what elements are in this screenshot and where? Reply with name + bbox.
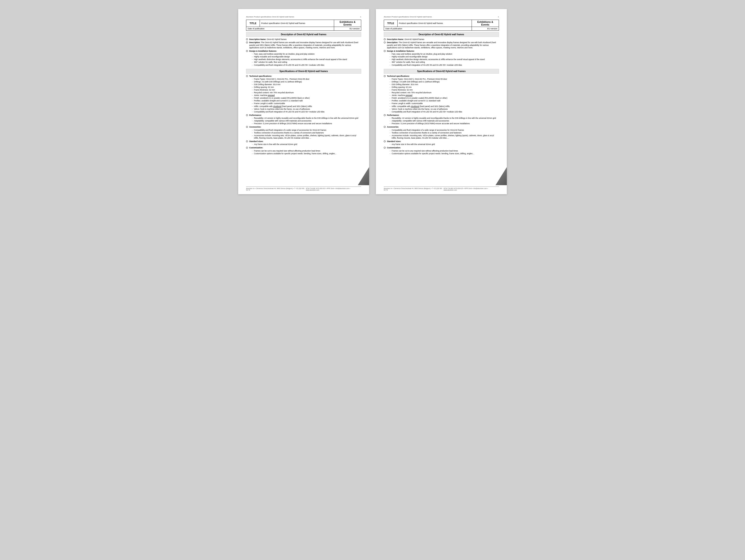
spec-sub-text: Drillings: A3 (with D30 drillings) and A… [254, 81, 302, 83]
bullet-circle-icon [246, 75, 248, 77]
dash-icon: - [390, 94, 390, 97]
spec-sub-text: D30 Drilling diameter: 30,6 mm [392, 83, 418, 86]
spec-sub-text: Recycled content: min 75% recycled alumi… [392, 91, 431, 94]
dash-icon: - [252, 150, 253, 152]
spec-sub-item: -Accessories include: mounting sets, VES… [390, 134, 499, 139]
desc-bullet-item: Design & Installation features:-Fast, ea… [246, 50, 361, 67]
dash-icon: - [390, 97, 390, 99]
spec-sub-text: Compatibility and flush integration of H… [254, 111, 325, 113]
dash-icon: - [390, 83, 390, 86]
doc-title-header: Aluvision Product specifications Omni-62… [246, 16, 294, 18]
dash-icon: - [390, 78, 390, 81]
page-header-top: Aluvision Product specifications Omni-62… [246, 16, 361, 18]
dash-icon: - [390, 132, 390, 134]
bullet-circle-icon [246, 38, 248, 40]
bullet-item-content: Description: The Omni-62 Hybrid frames a… [387, 41, 499, 49]
sub-list-item: -High aesthetic distinctive design eleme… [252, 58, 361, 61]
sub-list-item: -Compatibility and flush integration of … [252, 64, 361, 66]
spec-sub-item: -Precision: 0,1mm precision of drillings… [252, 122, 361, 125]
dash-icon: - [390, 111, 390, 113]
doc-title-header: Aluvision Product specifications Omni-62… [384, 16, 432, 18]
spec-sub-item: -Frames can be cut to any required size … [390, 150, 499, 152]
footer-right: BTW-TVA BE 0479.828.615 • RPR Gent • inf… [444, 188, 499, 191]
spec-bullet-item: Accessories:-Compatibility and flush int… [384, 126, 499, 139]
bullet-item-content: Design & Installation features:-Fast, ea… [249, 50, 361, 67]
sub-item-text: Fast, easy and toolless assembly for an … [254, 53, 315, 55]
spec-sub-item: -Drillings: A3 (with D30 drillings) and … [252, 81, 361, 83]
spec-sub-text: Drilling spacing: 62 mm [254, 86, 274, 89]
dash-icon: - [252, 108, 253, 111]
spec-sub-text: Adaptability: compatible with various in… [392, 120, 449, 122]
bullet-circle-icon [384, 38, 386, 40]
dash-icon: - [252, 97, 253, 99]
spec-sub-text: Frame Types: Omni-62(+), Omni-62 Pro , P… [254, 78, 310, 81]
dash-icon: - [252, 91, 253, 94]
bullet-circle-icon [246, 147, 248, 149]
exhibitions-cell: Exhibitions & Events [334, 20, 361, 27]
bullet-item-content: Description Name: Omni-62 Hybrid frames [387, 38, 499, 41]
spec-sub-item: -Any frame size in line with the univers… [390, 143, 499, 146]
spec-sub-item: -Reusability: A3 version is highly reusa… [252, 117, 361, 120]
spec-sub-text: Frame Length & width: customizable [254, 102, 285, 105]
title-cell: TITLE [246, 20, 260, 27]
spec-sub-text: Frame thickness: 62 mm [392, 89, 413, 91]
sub-list-item: -Fast, easy and toolless assembly for an… [252, 53, 361, 55]
spec-sub-item: -Compatibility and flush integration of … [252, 129, 361, 131]
spec-item-content: Customization:-Frames can be cut to any … [387, 147, 499, 155]
sub-item-text: 360° solution for walls, floor and ceili… [254, 61, 287, 63]
spec-sub-text: Infills: compatible with Aluxibond (hard… [254, 105, 312, 108]
section1-title: Description of Omni-62 Hybrid wall frame… [384, 32, 499, 37]
spec-bullet-item: Accessories:-Compatibility and flush int… [246, 126, 361, 139]
sub-item-text: Highly reusable and reconfigurable desig… [254, 56, 290, 58]
spec-sub-text: Drillings: A3 (with D30 drillings) and A… [392, 81, 440, 83]
spec-sub-item: -Recycled content: min 75% recycled alum… [252, 91, 361, 94]
dash-icon: - [390, 120, 390, 122]
sub-list-item: -Highly reusable and reconfigurable desi… [252, 56, 361, 58]
spec-sub-text: Velcro: hook is machine-rolled into the … [392, 108, 448, 111]
spec-sub-item: -Profiles: available straight and curved… [390, 100, 499, 102]
bullet-item-content: Description Name: Omni-62 Hybrid frames [249, 38, 361, 41]
spec-sub-text: Infills: compatible with Aluxibond (hard… [392, 105, 450, 108]
desc-bullet-item: Description: The Omni-62 Hybrid frames a… [384, 41, 499, 49]
spec-sub-text: Recycled content: min 75% recycled alumi… [254, 91, 294, 94]
spec-sub-item: -Frame Length & width: customizable [390, 102, 499, 105]
sub-list-item: -High aesthetic distinctive design eleme… [390, 58, 499, 61]
spec-sub-text: Frames can be cut to any required size w… [392, 150, 458, 152]
sub-list-item: -Compatibility and flush integration of … [390, 64, 499, 66]
dash-icon: - [252, 58, 253, 61]
section2-content: Technical specifications:-Frame Types: O… [384, 75, 499, 155]
product-name-cell: Product specification Omni-62 hybrid wal… [260, 20, 334, 27]
dash-icon: - [390, 61, 390, 63]
spec-sub-text: Finish: anodized (A) or powder coated (R… [254, 97, 310, 99]
spec-sub-item: -Frame thickness: 62 mm [390, 89, 499, 91]
spec-sub-item: -Velcro: hook is machine-rolled into the… [252, 108, 361, 111]
spec-sub-item: -Drilling spacing: 62 mm [252, 86, 361, 89]
section1-content: Description Name: Omni-62 Hybrid framesD… [246, 38, 361, 67]
sub-list-item: -Highly reusable and reconfigurable desi… [390, 56, 499, 58]
spec-sub-item: -D30 Drilling diameter: 30,6 mm [390, 83, 499, 86]
dash-icon: - [390, 108, 390, 111]
spec-sub-text: Joints: machine pressed [392, 94, 413, 97]
spec-sub-text: Toolless connection of accessories thank… [392, 132, 461, 134]
dash-icon: - [252, 134, 253, 137]
bullet-circle-icon [384, 141, 386, 142]
dash-icon: - [390, 58, 390, 61]
bullet-circle-icon [246, 41, 248, 43]
dash-icon: - [252, 143, 253, 146]
sub-list-item: -360° solution for walls, floor and ceil… [252, 61, 361, 63]
footer-right: BTW-TVA BE 0479.828.615 • RPR Gent • inf… [306, 188, 361, 191]
spec-sub-item: -Adaptability: compatible with various i… [390, 120, 499, 122]
bullet-circle-icon [384, 126, 386, 128]
dash-icon: - [390, 56, 390, 58]
dash-icon: - [390, 89, 390, 91]
dash-icon: - [252, 152, 253, 155]
page-header-top: Aluvision Product specifications Omni-62… [384, 16, 499, 18]
spec-sub-text: Frames can be cut to any required size w… [254, 150, 320, 152]
exhibitions-cell: Exhibitions & Events [472, 20, 499, 27]
desc-bullet-item: Design & Installation features:-Fast, ea… [384, 50, 499, 67]
page-number: 1 [360, 16, 361, 18]
spec-sub-item: -Frame Length & width: customizable [252, 102, 361, 105]
spec-sub-text: Reusability: A3 version is highly reusab… [392, 117, 496, 120]
spec-sub-text: Finish: anodized (A) or powder coated (R… [392, 97, 448, 99]
section2-title: Specifications of Omni-62 Hybrid wall fr… [384, 69, 499, 73]
